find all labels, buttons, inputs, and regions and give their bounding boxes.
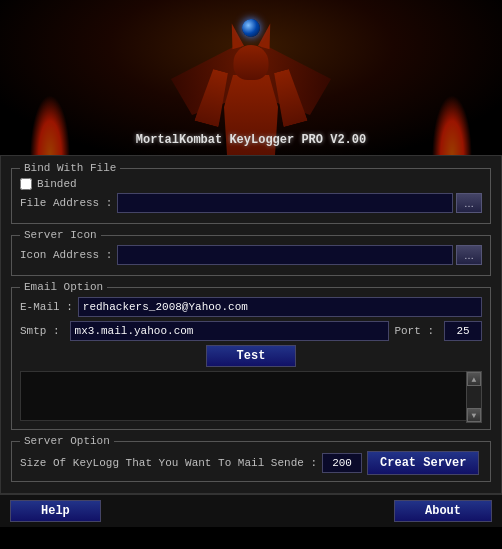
server-option-row: Size Of KeyLogg That You Want To Mail Se… [20, 451, 482, 475]
bottom-bar: Help About [0, 494, 502, 527]
file-address-input[interactable] [117, 193, 453, 213]
email-label: E-Mail : [20, 301, 73, 313]
icon-browse-icon: … [464, 250, 474, 261]
port-input[interactable] [444, 321, 482, 341]
about-button[interactable]: About [394, 500, 492, 522]
file-address-label: File Address : [20, 197, 112, 209]
app-title: MortalKombat KeyLogger PRO V2.00 [136, 133, 366, 147]
scrollbar-down-button[interactable]: ▼ [467, 408, 481, 422]
server-option-legend: Server Option [20, 435, 114, 447]
binded-checkbox[interactable] [20, 178, 32, 190]
smtp-input[interactable] [70, 321, 390, 341]
file-address-row: File Address : … [20, 193, 482, 213]
scrollbar-up-button[interactable]: ▲ [467, 372, 481, 386]
icon-address-row: Icon Address : … [20, 245, 482, 265]
help-button[interactable]: Help [10, 500, 101, 522]
email-input[interactable] [78, 297, 482, 317]
bind-with-file-legend: Bind With File [20, 162, 120, 174]
server-icon-section: Server Icon Icon Address : … [11, 229, 491, 276]
icon-browse-button[interactable]: … [456, 245, 482, 265]
size-label: Size Of KeyLogg That You Want To Mail Se… [20, 457, 317, 469]
server-option-section: Server Option Size Of KeyLogg That You W… [11, 435, 491, 482]
server-icon-legend: Server Icon [20, 229, 101, 241]
smtp-row: Smtp : Port : [20, 321, 482, 341]
binded-label: Binded [37, 178, 77, 190]
log-textarea[interactable] [20, 371, 466, 421]
size-input[interactable] [322, 453, 362, 473]
header-banner: MortalKombat KeyLogger PRO V2.00 [0, 0, 502, 155]
file-browse-button[interactable]: … [456, 193, 482, 213]
email-option-section: Email Option E-Mail : Smtp : Port : Test… [11, 281, 491, 430]
port-label: Port : [394, 325, 434, 337]
test-button[interactable]: Test [206, 345, 297, 367]
icon-address-label: Icon Address : [20, 249, 112, 261]
smtp-label: Smtp : [20, 325, 60, 337]
email-option-legend: Email Option [20, 281, 107, 293]
email-row: E-Mail : [20, 297, 482, 317]
log-container: ▲ ▼ [20, 371, 482, 423]
icon-address-input[interactable] [117, 245, 453, 265]
main-content: Bind With File Binded File Address : … S… [0, 155, 502, 494]
creat-server-button[interactable]: Creat Server [367, 451, 479, 475]
binded-row: Binded [20, 178, 482, 190]
file-browse-icon: … [464, 198, 474, 209]
bind-with-file-section: Bind With File Binded File Address : … [11, 162, 491, 224]
log-scrollbar: ▲ ▼ [466, 371, 482, 423]
